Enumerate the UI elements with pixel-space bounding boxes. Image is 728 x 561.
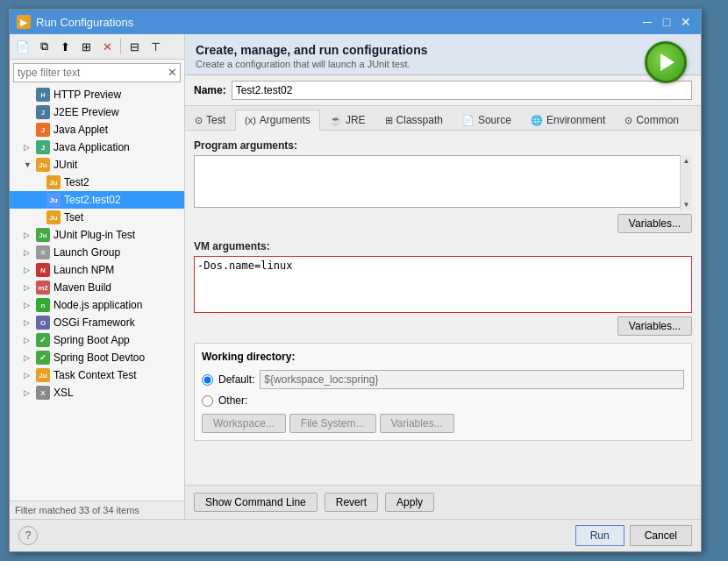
spring-devtool-icon: ✓ [36, 351, 50, 365]
tab-common[interactable]: ⊙ Common [615, 110, 689, 130]
minimize-button[interactable]: ─ [639, 14, 655, 30]
tab-environment[interactable]: 🌐 Environment [521, 110, 615, 130]
tree-item-http-preview[interactable]: H HTTP Preview [10, 86, 184, 103]
close-button[interactable]: ✕ [678, 14, 694, 30]
cancel-button[interactable]: Cancel [630, 525, 692, 546]
tree-item-test2-test02[interactable]: Ju Test2.test02 [10, 191, 184, 209]
tab-source[interactable]: 📄 Source [453, 110, 521, 130]
filesystem-button[interactable]: File System... [289, 414, 376, 433]
tree-item-j2ee-preview[interactable]: J J2EE Preview [10, 103, 184, 121]
collapse-button[interactable]: ⊟ [125, 37, 144, 56]
tree-item-spring-boot[interactable]: ▷ ✓ Spring Boot App [10, 331, 184, 349]
default-path-input[interactable] [260, 370, 684, 389]
copy-config-button[interactable]: ⧉ [34, 37, 54, 56]
tree-item-label: JUnit Plug-in Test [54, 229, 135, 241]
default-radio[interactable] [202, 374, 213, 386]
tree-item-label: Spring Boot App [54, 334, 130, 346]
config-header-subtitle: Create a configuration that will launch … [196, 59, 690, 69]
title-bar-left: ▶ Run Configurations [17, 15, 133, 29]
tree-item-osgi[interactable]: ▷ O OSGi Framework [10, 314, 184, 331]
variables-button2[interactable]: Variables... [380, 414, 454, 433]
delete-button[interactable]: ✕ [97, 37, 117, 56]
source-tab-icon: 📄 [462, 115, 475, 126]
run-icon-area [645, 41, 687, 83]
expand-arrow: ▷ [24, 248, 32, 257]
test2-icon: Ju [46, 175, 61, 189]
scroll-up-arrow: ▲ [682, 155, 692, 167]
tree-item-label: JUnit [54, 159, 77, 171]
osgi-icon: O [36, 316, 50, 330]
working-dir-title: Working directory: [202, 351, 684, 363]
maximize-button[interactable]: □ [659, 14, 674, 30]
expand-arrow: ▷ [24, 283, 32, 292]
tree-item-junit[interactable]: ▼ Ju JUnit [10, 156, 184, 174]
tree-item-label: Test2 [64, 176, 89, 188]
title-controls: ─ □ ✕ [639, 14, 694, 30]
tab-classpath-label: Classpath [396, 114, 443, 126]
workspace-button[interactable]: Workspace... [202, 414, 286, 433]
export-button[interactable]: ⬆ [55, 37, 75, 56]
tree-item-java-application[interactable]: ▷ J Java Application [10, 138, 184, 156]
tab-arguments-label: Arguments [260, 114, 310, 126]
spring-boot-icon: ✓ [36, 333, 50, 347]
help-button[interactable]: ? [18, 526, 38, 545]
tree-item-label: Maven Build [54, 281, 111, 294]
tree-item-xsl[interactable]: ▷ X XSL [10, 384, 184, 401]
filter-clear-button[interactable]: ✕ [168, 66, 177, 79]
program-args-scrollbar: ▲ ▼ [680, 155, 692, 210]
filter-button[interactable]: ⊤ [146, 37, 165, 56]
tree-item-java-applet[interactable]: J Java Applet [10, 121, 184, 138]
tab-arguments[interactable]: (x) Arguments [235, 110, 320, 131]
dialog-title: Run Configurations [36, 16, 133, 29]
tab-classpath[interactable]: ⊞ Classpath [375, 110, 453, 130]
program-args-wrapper: ▲ ▼ [194, 155, 692, 210]
nodejs-icon: n [36, 298, 50, 312]
tab-jre[interactable]: ☕ JRE [320, 110, 375, 130]
tree-item-spring-devtool[interactable]: ▷ ✓ Spring Boot Devtoo [10, 349, 184, 366]
expand-arrow: ▼ [24, 160, 32, 169]
apply-button[interactable]: Apply [385, 493, 434, 512]
tab-test[interactable]: ⊙ Test [185, 110, 235, 130]
config-header-title: Create, manage, and run configurations [196, 43, 690, 57]
program-args-textarea[interactable] [194, 155, 692, 208]
revert-button[interactable]: Revert [325, 493, 378, 512]
program-args-variables-button[interactable]: Variables... [617, 214, 692, 233]
name-input[interactable] [232, 81, 692, 100]
tree-item-maven-build[interactable]: ▷ m2 Maven Build [10, 279, 184, 296]
bottom-left: Show Command Line Revert Apply [194, 493, 434, 512]
arguments-tab-content: Program arguments: ▲ ▼ Variables... VM a… [185, 131, 701, 485]
tree-item-launch-npm[interactable]: ▷ N Launch NPM [10, 261, 184, 279]
left-toolbar: 📄 ⧉ ⬆ ⊞ ✕ ⊟ ⊤ [10, 34, 184, 60]
task-context-icon: Ju [36, 368, 50, 382]
environment-tab-icon: 🌐 [531, 115, 543, 126]
expand-arrow: ▷ [24, 143, 32, 152]
right-panel: Create, manage, and run configurations C… [185, 34, 701, 519]
tree-item-junit-plugin[interactable]: ▷ Ju JUnit Plug-in Test [10, 226, 184, 244]
maven-icon: m2 [36, 280, 50, 295]
vm-args-variables-button[interactable]: Variables... [617, 316, 692, 336]
help-area: ? [18, 526, 38, 545]
new-config-button[interactable]: 📄 [13, 37, 32, 56]
expand-arrow: ▷ [24, 388, 32, 397]
tree-item-task-context[interactable]: ▷ Ju Task Context Test [10, 366, 184, 384]
tree-item-launch-group[interactable]: ▷ ≡ Launch Group [10, 244, 184, 261]
vm-args-textarea[interactable]: -Dos.name=linux [195, 257, 691, 309]
show-commandline-button[interactable]: Show Command Line [194, 493, 318, 512]
config-header: Create, manage, and run configurations C… [185, 34, 701, 75]
config-tabs: ⊙ Test (x) Arguments ☕ JRE ⊞ Classpath 📄 [185, 106, 701, 131]
tab-test-label: Test [206, 114, 225, 126]
tree-item-nodejs[interactable]: ▷ n Node.js application [10, 296, 184, 314]
duplicate-button[interactable]: ⊞ [76, 37, 96, 56]
tree-item-label: Spring Boot Devtoo [54, 352, 145, 364]
jre-tab-icon: ☕ [330, 115, 342, 126]
tree-item-label: Java Applet [54, 124, 108, 136]
other-radio[interactable] [202, 395, 213, 407]
filter-status: Filter matched 33 of 34 items [10, 501, 184, 519]
tree-item-label: Launch Group [54, 246, 120, 259]
scroll-down-arrow: ▼ [682, 199, 692, 210]
tree-item-test2[interactable]: Ju Test2 [10, 174, 184, 191]
filter-input[interactable] [13, 63, 181, 82]
run-button[interactable]: Run [575, 525, 625, 546]
tree-item-tset[interactable]: Ju Tset [10, 209, 184, 226]
expand-arrow: ▷ [24, 266, 32, 274]
